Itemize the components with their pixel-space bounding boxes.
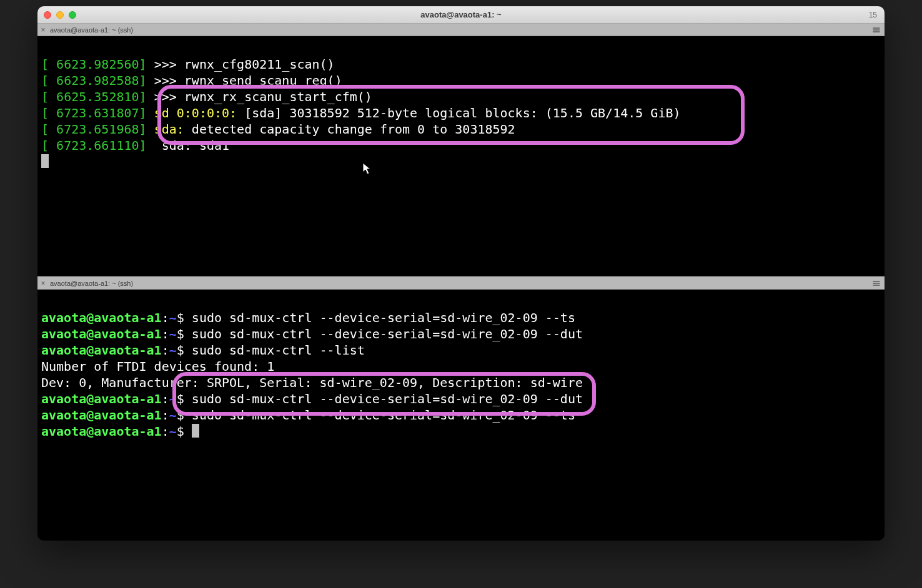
- prompt-host: avaota@avaota-a1: [41, 424, 162, 439]
- kernel-timestamp: 6623.982560: [56, 57, 139, 72]
- kernel-message: >>> rwnx_send_scanu_req(): [154, 73, 342, 88]
- prompt-host: avaota@avaota-a1: [41, 343, 162, 358]
- command: sudo sd-mux-ctrl --device-serial=sd-wire…: [192, 408, 575, 423]
- kernel-message: detected capacity change from 0 to 30318…: [192, 122, 515, 137]
- prompt-path: ~: [169, 310, 177, 325]
- kernel-message: >>> rwnx_rx_scanu_start_cfm(): [154, 89, 372, 104]
- mouse-cursor-icon: [317, 146, 327, 160]
- output-line: Dev: 0, Manufacturer: SRPOL, Serial: sd-…: [41, 375, 583, 390]
- kernel-timestamp: 6723.631807: [56, 105, 139, 120]
- kernel-message: [sda] 30318592 512-byte logical blocks: …: [244, 105, 680, 120]
- output-line: Number of FTDI devices found: 1: [41, 359, 274, 374]
- terminal-cursor: [41, 154, 49, 168]
- kernel-timestamp: 6623.982588: [56, 73, 139, 88]
- window-title: avaota@avaota-a1: ~: [37, 10, 885, 19]
- terminal-window: avaota@avaota-a1: ~ 15 × avaota@avaota-a…: [37, 6, 885, 541]
- tab-menu-icon[interactable]: [872, 279, 881, 288]
- close-button[interactable]: [44, 11, 51, 19]
- command: sudo sd-mux-ctrl --device-serial=sd-wire…: [192, 310, 575, 325]
- minimize-button[interactable]: [56, 11, 64, 19]
- maximize-button[interactable]: [69, 11, 76, 19]
- tab-close-icon[interactable]: ×: [37, 277, 49, 290]
- prompt-path: ~: [169, 343, 177, 358]
- kernel-prefix: sd 0:0:0:0:: [154, 105, 245, 120]
- tab-close-icon[interactable]: ×: [37, 24, 49, 36]
- terminal-pane-top[interactable]: [ 6623.982560] >>> rwnx_cfg80211_scan() …: [37, 36, 885, 276]
- titlebar: avaota@avaota-a1: ~ 15: [37, 6, 885, 24]
- window-title-right: 15: [869, 11, 877, 19]
- prompt-path: ~: [169, 326, 177, 341]
- traffic-lights: [44, 11, 76, 19]
- terminal-pane-bottom[interactable]: avaota@avaota-a1:~$ sudo sd-mux-ctrl --d…: [37, 290, 885, 535]
- kernel-timestamp: 6723.651968: [56, 122, 139, 137]
- command: sudo sd-mux-ctrl --device-serial=sd-wire…: [192, 326, 583, 341]
- prompt-path: ~: [169, 391, 177, 406]
- tabbar-top: × avaota@avaota-a1: ~ (ssh): [37, 24, 885, 36]
- command: sudo sd-mux-ctrl --list: [192, 343, 365, 358]
- prompt-host: avaota@avaota-a1: [41, 408, 162, 423]
- kernel-message: >>> rwnx_cfg80211_scan(): [154, 57, 335, 72]
- terminal-cursor: [192, 424, 199, 438]
- tab-label-bottom[interactable]: avaota@avaota-a1: ~ (ssh): [49, 280, 133, 287]
- prompt-host: avaota@avaota-a1: [41, 310, 162, 325]
- tab-menu-icon[interactable]: [872, 26, 881, 34]
- command: sudo sd-mux-ctrl --device-serial=sd-wire…: [192, 391, 583, 406]
- kernel-timestamp: 6723.661110: [56, 138, 139, 153]
- tabbar-bottom: × avaota@avaota-a1: ~ (ssh): [37, 277, 885, 290]
- kernel-message: sda: sda1: [154, 138, 229, 153]
- prompt-host: avaota@avaota-a1: [41, 326, 162, 341]
- tab-label-top[interactable]: avaota@avaota-a1: ~ (ssh): [49, 26, 133, 34]
- prompt-path: ~: [169, 424, 177, 439]
- prompt-host: avaota@avaota-a1: [41, 391, 162, 406]
- prompt-path: ~: [169, 408, 177, 423]
- kernel-prefix: sda:: [154, 122, 192, 137]
- kernel-timestamp: 6625.352810: [56, 89, 139, 104]
